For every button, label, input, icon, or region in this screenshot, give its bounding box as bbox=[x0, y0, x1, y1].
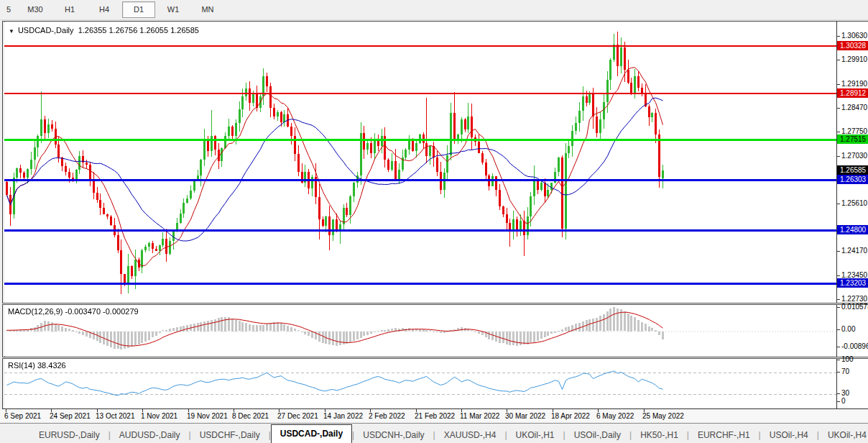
chart-title: ▼USDCAD-,Daily 1.26355 1.26756 1.26055 1… bbox=[9, 26, 199, 35]
price-tick-label: 1.29190 bbox=[841, 80, 867, 88]
chart-tab-usoil-daily[interactable]: USOil-,Daily bbox=[565, 427, 629, 443]
chart-tab-bar: EURUSD-,Daily|AUDUSD-,Daily|USDCHF-,Dail… bbox=[0, 424, 868, 443]
axis-tick-mark bbox=[837, 401, 840, 402]
price-tick-label: 1.28470 bbox=[841, 104, 867, 111]
rsi-panel-splitter[interactable] bbox=[2, 357, 868, 359]
date-label: 30 Mar 2022 bbox=[505, 412, 545, 420]
axis-tick-mark bbox=[837, 84, 840, 85]
axis-tick-mark bbox=[837, 36, 840, 37]
rsi-axis-label: 30 bbox=[841, 389, 849, 397]
chart-tab-usoil-h4[interactable]: USOil-,H4 bbox=[761, 427, 817, 443]
date-label: 6 May 2022 bbox=[596, 412, 634, 420]
price-tick-label: 1.30630 bbox=[841, 32, 867, 40]
axis-tick-mark bbox=[837, 108, 840, 109]
date-label: 18 Apr 2022 bbox=[551, 412, 590, 420]
chart-tab-audusd-daily[interactable]: AUDUSD-,Daily bbox=[111, 427, 189, 443]
chart-tab-usdchf-daily[interactable]: USDCHF-,Daily bbox=[191, 427, 269, 443]
price-tick-label: 1.24170 bbox=[841, 247, 867, 255]
chart-symbol-label: USDCAD-,Daily bbox=[18, 26, 74, 35]
price-level-badge: 1.26585 bbox=[837, 165, 868, 175]
axis-tick-mark bbox=[837, 251, 840, 252]
axis-tick-mark bbox=[837, 329, 840, 330]
chart-tab-eurusd-daily[interactable]: EURUSD-,Daily bbox=[30, 427, 108, 443]
axis-tick-mark bbox=[837, 393, 840, 394]
timeframe-button-w1[interactable]: W1 bbox=[157, 1, 190, 18]
timeframe-button-m30[interactable]: M30 bbox=[19, 1, 52, 18]
macd-axis-label: -0.00896 bbox=[841, 342, 868, 350]
price-level-badge: 1.24800 bbox=[837, 225, 868, 234]
price-level-badge: 1.27515 bbox=[837, 134, 868, 144]
rsi-label: RSI(14) 38.4326 bbox=[8, 361, 66, 370]
chart-tab-usdcnh-daily[interactable]: USDCNH-,Daily bbox=[354, 427, 433, 443]
chart-tab-ukoil-h1[interactable]: UKOil-,H1 bbox=[507, 427, 563, 443]
price-tick-label: 1.27030 bbox=[841, 152, 867, 160]
macd-main-value: -0.003470 bbox=[65, 307, 101, 316]
date-label: 1 Nov 2021 bbox=[141, 412, 177, 420]
timeframe-button-5[interactable]: 5 bbox=[0, 1, 17, 18]
axis-tick-mark bbox=[837, 299, 840, 300]
price-axis[interactable]: 1.306301.299101.291901.284701.277501.270… bbox=[837, 21, 868, 409]
axis-tick-mark bbox=[837, 360, 840, 360]
price-level-badge: 1.28912 bbox=[837, 88, 868, 98]
timeframe-button-d1[interactable]: D1 bbox=[122, 1, 155, 18]
timeframe-button-h1[interactable]: H1 bbox=[53, 1, 86, 18]
axis-tick-mark bbox=[837, 307, 840, 308]
macd-label: MACD(12,26,9) -0.003470 -0.000279 bbox=[8, 307, 139, 316]
collapse-arrow-icon[interactable]: ▼ bbox=[9, 28, 14, 35]
date-label: 27 Dec 2021 bbox=[277, 412, 318, 420]
price-tick-label: 1.22730 bbox=[841, 295, 867, 303]
date-label: 13 Oct 2021 bbox=[96, 412, 134, 420]
axis-tick-mark bbox=[837, 204, 840, 204]
timeframe-toolbar: 5M30H1H4D1W1MN bbox=[0, 0, 868, 20]
chart-window-left-border bbox=[2, 21, 3, 423]
timeframe-button-mn[interactable]: MN bbox=[191, 1, 224, 18]
date-label: 2 Feb 2022 bbox=[369, 412, 405, 420]
date-label: 8 Dec 2021 bbox=[232, 412, 269, 420]
date-label: 19 Nov 2021 bbox=[187, 412, 228, 420]
macd-panel-splitter[interactable] bbox=[2, 303, 868, 305]
date-axis[interactable]: 6 Sep 202124 Sep 202113 Oct 20211 Nov 20… bbox=[0, 409, 868, 423]
rsi-axis-label: 0 bbox=[841, 397, 846, 405]
chart-tab-usdcad-daily[interactable]: USDCAD-,Daily bbox=[271, 424, 352, 443]
date-label: 21 Feb 2022 bbox=[415, 412, 455, 420]
price-tick-label: 1.25610 bbox=[841, 199, 867, 207]
date-label: 14 Jan 2022 bbox=[323, 412, 363, 420]
rsi-axis-label: 70 bbox=[841, 367, 849, 375]
price-level-badge: 1.26303 bbox=[837, 175, 868, 184]
chart-tab-xauusd-h4[interactable]: XAUUSD-,H4 bbox=[435, 427, 505, 443]
rsi-value: 38.4326 bbox=[37, 361, 66, 370]
chart-tab-hk50-h1[interactable]: HK50-,H1 bbox=[632, 427, 687, 443]
macd-axis-label: 0.00 bbox=[841, 325, 855, 333]
rsi-axis-label: 100 bbox=[841, 355, 854, 363]
rsi-name: RSI(14) bbox=[8, 361, 35, 370]
axis-tick-mark bbox=[837, 347, 840, 347]
chart-tab-eurchf-h1[interactable]: EURCHF-,H1 bbox=[689, 427, 759, 443]
macd-signal-value: -0.000279 bbox=[103, 307, 139, 316]
date-label: 25 May 2022 bbox=[642, 412, 684, 420]
macd-axis-label: 0.010578 bbox=[841, 303, 868, 311]
rsi-indicator-canvas[interactable] bbox=[4, 359, 836, 408]
date-label: 11 Mar 2022 bbox=[460, 412, 499, 420]
timeframe-button-h4[interactable]: H4 bbox=[88, 1, 121, 18]
axis-tick-mark bbox=[837, 372, 840, 373]
price-level-badge: 1.30328 bbox=[837, 41, 868, 50]
price-level-badge: 1.23203 bbox=[837, 278, 868, 288]
axis-tick-mark bbox=[837, 132, 840, 132]
macd-name: MACD(12,26,9) bbox=[8, 307, 63, 316]
chart-quote-ohlc: 1.26355 1.26756 1.26055 1.26585 bbox=[78, 26, 199, 35]
date-label: 6 Sep 2021 bbox=[4, 412, 41, 420]
price-tick-label: 1.29910 bbox=[841, 55, 867, 63]
axis-tick-mark bbox=[837, 156, 840, 157]
axis-tick-mark bbox=[837, 275, 840, 276]
axis-tick-mark bbox=[837, 60, 840, 60]
date-label: 24 Sep 2021 bbox=[50, 412, 91, 420]
candlestick-chart-canvas[interactable] bbox=[4, 22, 836, 303]
chart-tab-ukoil-h4[interactable]: UKOil-,H4 bbox=[819, 427, 868, 443]
